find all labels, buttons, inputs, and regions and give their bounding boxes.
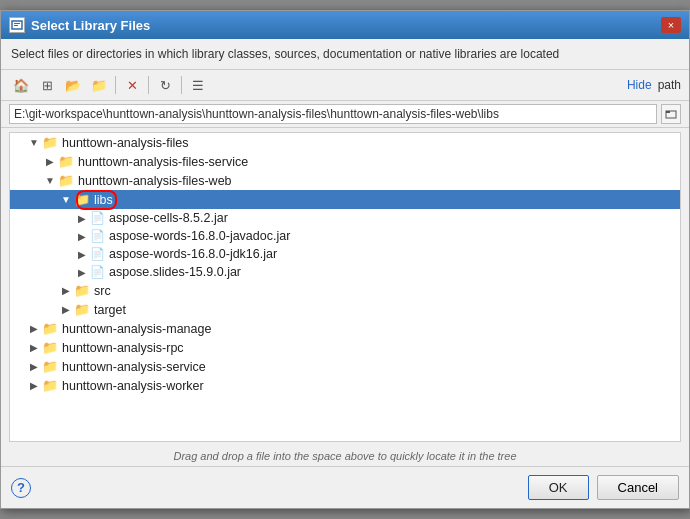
path-input[interactable] bbox=[9, 104, 657, 124]
close-button[interactable]: × bbox=[661, 17, 681, 33]
title-bar: Select Library Files × bbox=[1, 11, 689, 39]
folder-icon: 📁 bbox=[42, 135, 58, 150]
folder-icon: 📁 bbox=[74, 302, 90, 317]
arrow-icon: ▶ bbox=[26, 361, 42, 372]
home-button[interactable]: 🏠 bbox=[9, 74, 33, 96]
dialog: Select Library Files × Select files or d… bbox=[0, 10, 690, 509]
arrow-icon: ▼ bbox=[26, 137, 42, 148]
arrow-icon: ▶ bbox=[26, 323, 42, 334]
folder-icon: 📁 bbox=[42, 321, 58, 336]
arrow-icon: ▼ bbox=[42, 175, 58, 186]
arrow-icon: ▶ bbox=[74, 249, 90, 260]
item-label: hunttown-analysis-files-service bbox=[78, 155, 248, 169]
item-label: src bbox=[94, 284, 111, 298]
toolbar-separator-2 bbox=[148, 76, 149, 94]
item-label: hunttown-analysis-service bbox=[62, 360, 206, 374]
jar-icon: 📄 bbox=[90, 229, 105, 243]
description: Select files or directories in which lib… bbox=[1, 39, 689, 70]
hide-link[interactable]: Hide bbox=[627, 78, 652, 92]
tree-row[interactable]: ▶ 📄 aspose-words-16.8.0-javadoc.jar bbox=[10, 227, 680, 245]
tree-row[interactable]: ▶ 📁 hunttown-analysis-service bbox=[10, 357, 680, 376]
item-label: aspose-words-16.8.0-jdk16.jar bbox=[109, 247, 277, 261]
tree-row[interactable]: ▼ 📁 hunttown-analysis-files-web bbox=[10, 171, 680, 190]
svg-rect-4 bbox=[666, 111, 670, 113]
dialog-title: Select Library Files bbox=[31, 18, 150, 33]
item-label: hunttown-analysis-manage bbox=[62, 322, 211, 336]
item-label: libs bbox=[94, 193, 113, 207]
folder-icon: 📁 bbox=[74, 283, 90, 298]
dialog-icon bbox=[9, 17, 25, 33]
svg-rect-2 bbox=[14, 25, 18, 26]
drag-hint: Drag and drop a file into the space abov… bbox=[1, 446, 689, 466]
footer: ? OK Cancel bbox=[1, 466, 689, 508]
tree-row[interactable]: ▶ 📄 aspose.slides-15.9.0.jar bbox=[10, 263, 680, 281]
tree-area[interactable]: ▼ 📁 hunttown-analysis-files ▶ 📁 hunttown… bbox=[9, 132, 681, 442]
item-label: aspose.slides-15.9.0.jar bbox=[109, 265, 241, 279]
arrow-icon: ▶ bbox=[58, 304, 74, 315]
arrow-icon: ▶ bbox=[74, 267, 90, 278]
item-label: aspose-cells-8.5.2.jar bbox=[109, 211, 228, 225]
refresh-button[interactable]: ↻ bbox=[153, 74, 177, 96]
jar-icon: 📄 bbox=[90, 265, 105, 279]
arrow-icon: ▶ bbox=[74, 213, 90, 224]
tree-row[interactable]: ▶ 📁 hunttown-analysis-worker bbox=[10, 376, 680, 395]
tree-row[interactable]: ▼ 📁 hunttown-analysis-files bbox=[10, 133, 680, 152]
title-bar-left: Select Library Files bbox=[9, 17, 150, 33]
svg-rect-1 bbox=[14, 23, 20, 24]
arrow-icon: ▶ bbox=[74, 231, 90, 242]
folder-icon: 📁 bbox=[58, 154, 74, 169]
tree-row-selected[interactable]: ▼ 📁 libs bbox=[10, 190, 680, 209]
collapse-button[interactable]: 📁 bbox=[87, 74, 111, 96]
folder-icon: 📁 bbox=[58, 173, 74, 188]
arrow-icon: ▶ bbox=[58, 285, 74, 296]
arrow-icon: ▶ bbox=[42, 156, 58, 167]
item-label: hunttown-analysis-worker bbox=[62, 379, 204, 393]
delete-button[interactable]: ✕ bbox=[120, 74, 144, 96]
item-label: hunttown-analysis-files-web bbox=[78, 174, 232, 188]
item-label: hunttown-analysis-files bbox=[62, 136, 188, 150]
footer-buttons: OK Cancel bbox=[528, 475, 679, 500]
folder-icon: 📁 bbox=[42, 340, 58, 355]
jar-icon: 📄 bbox=[90, 211, 105, 225]
path-label: path bbox=[658, 78, 681, 92]
arrow-icon: ▶ bbox=[26, 380, 42, 391]
ok-button[interactable]: OK bbox=[528, 475, 589, 500]
tree-row[interactable]: ▶ 📁 hunttown-analysis-rpc bbox=[10, 338, 680, 357]
toolbar-separator-1 bbox=[115, 76, 116, 94]
tree-row[interactable]: ▶ 📄 aspose-words-16.8.0-jdk16.jar bbox=[10, 245, 680, 263]
folder-icon: 📁 bbox=[42, 378, 58, 393]
help-button[interactable]: ? bbox=[11, 478, 31, 498]
expand-button[interactable]: 📂 bbox=[61, 74, 85, 96]
item-label: aspose-words-16.8.0-javadoc.jar bbox=[109, 229, 290, 243]
path-bar bbox=[1, 101, 689, 128]
cancel-button[interactable]: Cancel bbox=[597, 475, 679, 500]
folder-icon: 📁 bbox=[42, 359, 58, 374]
tree-row[interactable]: ▶ 📁 hunttown-analysis-manage bbox=[10, 319, 680, 338]
toolbar-separator-3 bbox=[181, 76, 182, 94]
toolbar: 🏠 ⊞ 📂 📁 ✕ ↻ ☰ Hide path bbox=[1, 70, 689, 101]
arrow-icon: ▶ bbox=[26, 342, 42, 353]
item-label: target bbox=[94, 303, 126, 317]
grid-button[interactable]: ⊞ bbox=[35, 74, 59, 96]
tree-row[interactable]: ▶ 📁 target bbox=[10, 300, 680, 319]
tree-row[interactable]: ▶ 📄 aspose-cells-8.5.2.jar bbox=[10, 209, 680, 227]
browse-button[interactable] bbox=[661, 104, 681, 124]
tree-row[interactable]: ▶ 📁 src bbox=[10, 281, 680, 300]
options-button[interactable]: ☰ bbox=[186, 74, 210, 96]
folder-icon: 📁 bbox=[74, 192, 90, 207]
arrow-icon: ▼ bbox=[58, 194, 74, 205]
item-label: hunttown-analysis-rpc bbox=[62, 341, 184, 355]
jar-icon: 📄 bbox=[90, 247, 105, 261]
tree-row[interactable]: ▶ 📁 hunttown-analysis-files-service bbox=[10, 152, 680, 171]
